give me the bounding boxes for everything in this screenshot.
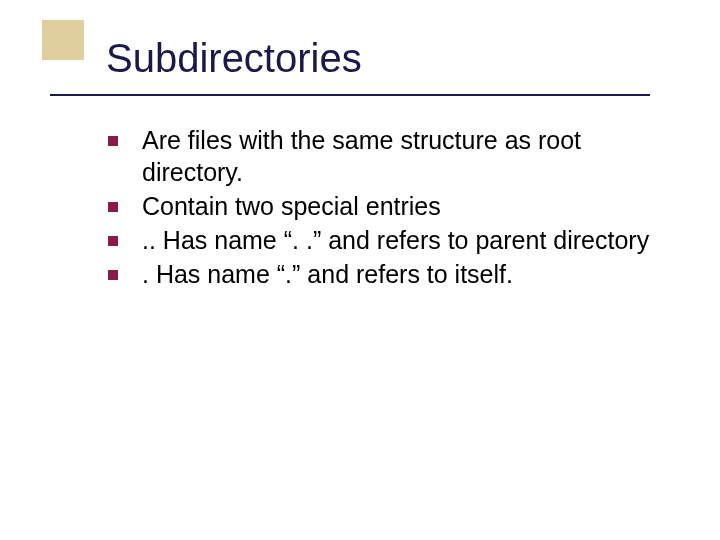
bullet-item: .. Has name “. .” and refers to parent d… bbox=[108, 224, 668, 256]
slide-title: Subdirectories bbox=[106, 36, 362, 81]
square-bullet-icon bbox=[108, 270, 118, 280]
slide-body: Are files with the same structure as roo… bbox=[108, 124, 668, 292]
bullet-item: Are files with the same structure as roo… bbox=[108, 124, 668, 188]
bullet-text: Are files with the same structure as roo… bbox=[142, 124, 668, 188]
square-bullet-icon bbox=[108, 136, 118, 146]
bullet-text: Contain two special entries bbox=[142, 190, 668, 222]
title-divider bbox=[50, 94, 650, 96]
bullet-item: Contain two special entries bbox=[108, 190, 668, 222]
slide: Subdirectories Are files with the same s… bbox=[0, 0, 720, 540]
bullet-text: .. Has name “. .” and refers to parent d… bbox=[142, 224, 668, 256]
square-bullet-icon bbox=[108, 236, 118, 246]
square-bullet-icon bbox=[108, 202, 118, 212]
bullet-item: . Has name “.” and refers to itself. bbox=[108, 258, 668, 290]
title-accent-box bbox=[42, 20, 84, 60]
bullet-text: . Has name “.” and refers to itself. bbox=[142, 258, 668, 290]
